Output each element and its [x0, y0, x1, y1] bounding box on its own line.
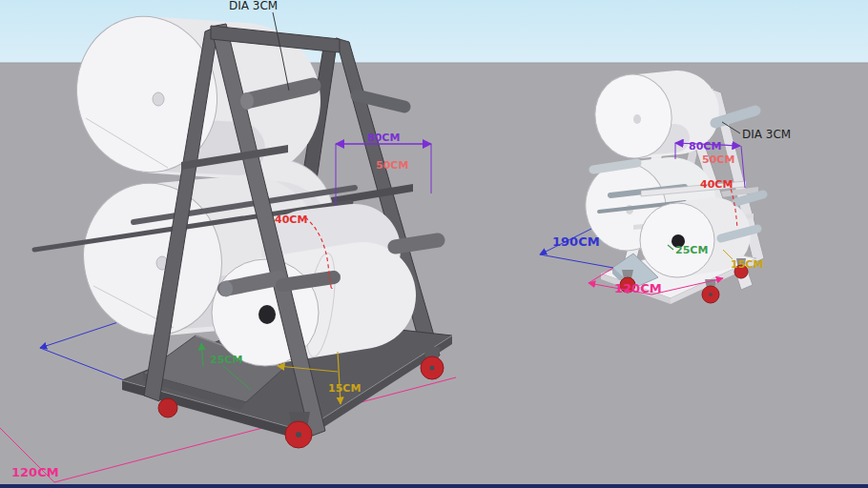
dim-label-50cm-left[interactable]: 50CM: [376, 159, 408, 172]
dim-label-15cm-right[interactable]: 15CM: [731, 258, 763, 271]
dim-label-120cm-left[interactable]: 120CM: [11, 465, 59, 479]
dim-label-25cm-right[interactable]: 25CM: [675, 244, 708, 256]
dim-label-15cm-left[interactable]: 15CM: [328, 382, 361, 395]
dim-label-dia3cm-left[interactable]: DIA 3CM: [229, 0, 278, 12]
dim-label-80cm-left[interactable]: 80CM: [367, 132, 400, 144]
dim-label-40cm-left[interactable]: 40CM: [275, 214, 307, 226]
cad-viewport[interactable]: DIA 3CM 80CM 50CM 40CM 25CM 15CM 120CM: [0, 0, 868, 488]
dim-label-80cm-right[interactable]: 80CM: [689, 140, 721, 152]
dim-label-50cm-right[interactable]: 50CM: [702, 153, 734, 166]
dim-label-40cm-right[interactable]: 40CM: [700, 178, 733, 191]
roll-bottom: [640, 203, 714, 277]
dim-label-190cm-right[interactable]: 190CM: [552, 234, 600, 249]
dim-label-25cm-left[interactable]: 25CM: [210, 354, 242, 366]
dim-label-120cm-right[interactable]: 120CM: [614, 281, 662, 295]
roll-core-hole: [258, 305, 276, 324]
dim-label-dia3cm-right[interactable]: DIA 3CM: [742, 128, 791, 141]
bottom-edge-strip: [0, 484, 868, 488]
